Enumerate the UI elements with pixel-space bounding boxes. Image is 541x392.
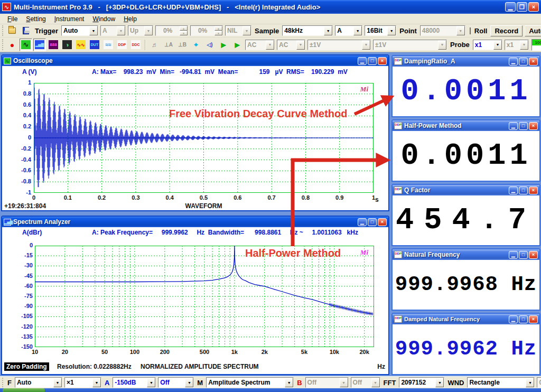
- minimize-button[interactable]: ▁: [505, 2, 516, 12]
- close-button[interactable]: ×: [528, 2, 539, 12]
- sample-bits-select[interactable]: 16Bit▼: [365, 25, 396, 36]
- oscilloscope-icon: ∿: [4, 58, 11, 64]
- fscale-mult-select[interactable]: ×1▼: [64, 377, 101, 388]
- fft-size-select[interactable]: 2097152▼: [399, 377, 444, 388]
- oscilloscope-window: ∿ Oscilloscope ▁ □ × A (V) A: Max= 998.2…: [1, 54, 389, 211]
- minimize-button[interactable]: ▁: [509, 251, 518, 259]
- maximize-button[interactable]: □: [368, 57, 377, 65]
- ddp-icon: DDP: [394, 58, 402, 65]
- signal-generator-icon[interactable]: ∿∿: [74, 39, 87, 51]
- restore-button[interactable]: ❐: [517, 2, 527, 12]
- panel-titlebar[interactable]: DDP Half-Power Method ▁ □ ×: [393, 120, 539, 131]
- coupling-a-select: AC▼: [245, 40, 275, 50]
- panel-titlebar[interactable]: DDP Natural Frequency ▁ □ ×: [393, 249, 539, 260]
- menu-window[interactable]: Window: [88, 14, 119, 24]
- menu-help[interactable]: Help: [119, 14, 141, 24]
- axis-tick-label: 0.8: [295, 194, 316, 201]
- ddp-viewer-icon[interactable]: DDP: [116, 39, 128, 51]
- minimize-button[interactable]: ▁: [509, 58, 518, 66]
- maximize-button[interactable]: □: [368, 218, 377, 226]
- oscilloscope-icon[interactable]: ∿: [20, 39, 32, 51]
- axis-tick-label: -90: [4, 303, 33, 309]
- m-mode-select[interactable]: Amplitude Spectrum▼: [206, 377, 294, 388]
- menu-instrument[interactable]: Instrument: [50, 14, 89, 24]
- record-icon[interactable]: ●: [6, 39, 18, 51]
- probe-pick-icon[interactable]: ⌖: [190, 39, 202, 51]
- channel-a-label: A: [102, 379, 111, 387]
- panel-titlebar[interactable]: DDP Q Factor ▁ □ ×: [393, 185, 539, 195]
- fscale-mode-select[interactable]: Auto▼: [15, 377, 62, 388]
- spectrum-analyzer-icon[interactable]: ▂▅▇: [33, 39, 46, 51]
- maximize-button[interactable]: □: [519, 58, 528, 66]
- play-loop-icon[interactable]: ▶: [231, 39, 244, 51]
- auto-button[interactable]: Auto: [525, 25, 541, 36]
- maximize-button[interactable]: □: [519, 122, 528, 130]
- waveform-axis-title: WAVEFORM: [34, 202, 374, 210]
- maximize-button[interactable]: □: [519, 251, 528, 259]
- menu-setting[interactable]: Setting: [22, 14, 50, 24]
- minimize-button[interactable]: ▁: [509, 315, 518, 323]
- a-mode-select[interactable]: Off▼: [158, 377, 194, 388]
- axis-tick-label: 0.4: [2, 112, 31, 118]
- minimize-button[interactable]: ▁: [509, 122, 518, 130]
- play-icon[interactable]: ▶: [217, 39, 230, 51]
- device-test-plan-icon[interactable]: DUT: [88, 39, 101, 51]
- chevron-down-icon: ▼: [117, 26, 125, 35]
- a-range-select[interactable]: -150dB▼: [113, 377, 156, 388]
- maximize-button[interactable]: □: [519, 186, 528, 194]
- close-button[interactable]: ×: [529, 251, 538, 259]
- spectrum-3d-plot-icon[interactable]: ◑: [61, 39, 73, 51]
- multimeter-icon[interactable]: 888: [47, 39, 60, 51]
- close-button[interactable]: ×: [529, 58, 538, 66]
- trigger-mode-select[interactable]: Auto▼: [61, 25, 98, 36]
- panel-titlebar[interactable]: DDP Damped Natural Frequency ▁ □ ×: [393, 314, 539, 324]
- chevron-down-icon: ▼: [185, 378, 193, 387]
- axis-tick-label: 5k: [294, 349, 315, 355]
- toolbar-grip[interactable]: [2, 25, 3, 35]
- menu-file[interactable]: File: [3, 14, 22, 24]
- axis-tick-label: -0.4: [2, 156, 31, 163]
- speaker-icon[interactable]: ◁): [203, 39, 216, 51]
- close-button[interactable]: ×: [529, 186, 538, 194]
- close-button[interactable]: ×: [378, 57, 387, 65]
- panel-title: Natural Frequency: [404, 251, 508, 258]
- main-toolbar: Trigger Auto▼ A▼ Up▼ 0%▲▼ 0%▲▼ NIL▼ Samp…: [0, 24, 541, 38]
- ddc-icon[interactable]: DDC: [129, 39, 142, 51]
- toolbar-grip[interactable]: [2, 39, 3, 51]
- close-button[interactable]: ×: [529, 315, 538, 323]
- axis-tick-label: 0: [4, 242, 33, 248]
- minimize-button[interactable]: ▁: [509, 186, 518, 194]
- oscilloscope-titlebar[interactable]: ∿ Oscilloscope ▁ □ ×: [2, 55, 388, 66]
- roll-checkbox[interactable]: [470, 27, 471, 34]
- chevron-down-icon: ▼: [242, 26, 251, 35]
- point-label: Point: [397, 27, 419, 35]
- chevron-down-icon: ▼: [526, 378, 534, 387]
- axis-tick-label: 1: [363, 194, 384, 201]
- open-folder-icon: [8, 27, 16, 34]
- save-file-button[interactable]: [20, 24, 32, 37]
- spectrum-toolbar: F Auto▼ ×1▼ A -150dB▼ Off▼ M Amplitude S…: [0, 376, 541, 388]
- toolbar-grip[interactable]: [2, 378, 3, 387]
- multi-wave-icon[interactable]: ≈≈: [102, 39, 115, 51]
- probe-label: Probe: [448, 41, 472, 49]
- panel-titlebar[interactable]: DDP DampingRatio_A ▁ □ ×: [393, 56, 539, 67]
- spectrum-titlebar[interactable]: ▂▅▇ Spectrum Analyzer ▁ □ ×: [2, 217, 388, 227]
- sample-channel-select[interactable]: A▼: [335, 25, 362, 36]
- chevron-down-icon: ▼: [53, 378, 62, 387]
- spectrum-stats: A: Peak Frequency= 999.9962 Hz Bandwidth…: [92, 229, 358, 236]
- axis-tick-label: 0.2: [91, 194, 113, 201]
- maximize-button[interactable]: □: [519, 315, 528, 323]
- open-file-button[interactable]: [6, 24, 18, 37]
- input-level-meter: 100%(-0.0 dBFS): [531, 39, 541, 51]
- probe-a-select[interactable]: x1▼: [473, 40, 502, 50]
- minimize-button[interactable]: ▁: [358, 218, 367, 226]
- record-button[interactable]: Record: [490, 25, 523, 36]
- trigger-edge-select: Up▼: [128, 25, 153, 36]
- close-button[interactable]: ×: [378, 218, 387, 226]
- chevron-down-icon: ▼: [340, 378, 348, 387]
- close-button[interactable]: ×: [529, 122, 538, 130]
- sample-rate-select[interactable]: 48kHz▼: [282, 25, 333, 36]
- wnd-type-select[interactable]: Rectangle▼: [467, 377, 535, 388]
- axis-tick-label: -1: [2, 189, 31, 195]
- minimize-button[interactable]: ▁: [358, 57, 367, 65]
